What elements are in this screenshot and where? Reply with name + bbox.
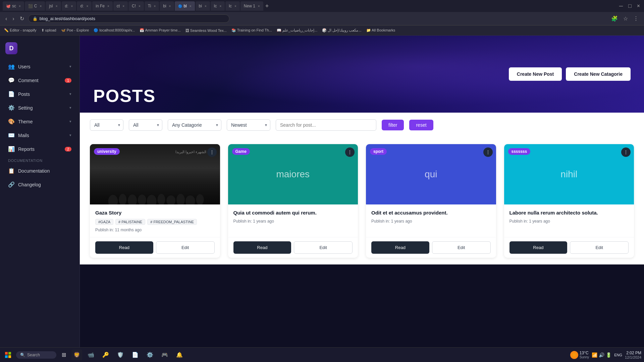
start-button[interactable] <box>3 350 13 360</box>
settings-button[interactable]: ⋮ <box>632 14 640 23</box>
tab-lc1[interactable]: lc× <box>211 1 225 11</box>
url-bar[interactable]: 🔒 blog_ai.test/dashboard/posts <box>28 14 229 23</box>
weather-desc: Sunny <box>580 355 589 359</box>
bookmark-arabic1[interactable]: 📖 إجابات_رياضيات_علم... <box>275 27 319 33</box>
svg-point-9 <box>196 194 204 204</box>
sidebar-item-posts[interactable]: 📄 Posts ▾ <box>3 87 77 101</box>
tab-bi1[interactable]: bi× <box>160 1 174 11</box>
edit-button-1[interactable]: Edit <box>156 241 215 254</box>
taskbar-app-8[interactable]: 🔔 <box>173 350 185 359</box>
tab-d1[interactable]: d:× <box>62 1 76 11</box>
bookmark-snappify[interactable]: ✏️ Editor - snappify <box>3 27 38 33</box>
bookmark-prayer[interactable]: 📅 Amman Prayer time... <box>138 27 182 33</box>
taskbar-app-4[interactable]: 🛡️ <box>114 350 126 359</box>
filter-category-select[interactable]: Any Catagorie <box>168 119 221 131</box>
search-input[interactable] <box>276 119 376 131</box>
sidebar-item-reports[interactable]: 📊 Reports 2 <box>3 142 77 156</box>
read-button-2[interactable]: Read <box>233 241 291 254</box>
forward-button[interactable]: › <box>11 14 15 23</box>
taskbar-search-bar[interactable]: 🔍 Search <box>16 351 56 359</box>
bookmark-training[interactable]: 📚 Training on Find Th... <box>230 27 273 33</box>
taskbar-app-6[interactable]: ⚙️ <box>144 350 156 359</box>
taskbar-app-1[interactable]: 🦁 <box>71 350 82 360</box>
card-menu-4[interactable]: ⋮ <box>621 147 631 157</box>
create-post-button[interactable]: Create New Post <box>509 67 562 81</box>
filter-sort-select[interactable]: Newest <box>227 119 270 131</box>
tab-lc2[interactable]: lc× <box>225 1 240 11</box>
tab-sc[interactable]: 🐙 sc × <box>3 1 24 11</box>
bookmark-arabic2[interactable]: 🎲 مكعب روبيك/إحل ال... <box>321 27 363 33</box>
card-menu-3[interactable]: ⋮ <box>483 147 493 157</box>
filter-button[interactable]: filter <box>382 120 404 130</box>
refresh-button[interactable]: ↻ <box>18 14 25 23</box>
close-button[interactable]: × <box>636 2 641 10</box>
taskbar-search-icon: 🔍 <box>20 353 25 357</box>
sidebar-label-setting: Setting <box>18 105 69 111</box>
sidebar-item-users[interactable]: 👥 Users ▾ <box>3 60 77 73</box>
nav-bar: ‹ › ↻ 🔒 blog_ai.test/dashboard/posts 🧩 ☆… <box>0 12 644 25</box>
taskbar-app-7[interactable]: 🎮 <box>159 350 171 359</box>
posts-icon: 📄 <box>8 91 15 97</box>
volume-icon: 🔊 <box>599 352 604 358</box>
edit-button-4[interactable]: Edit <box>570 241 629 254</box>
tab-c2[interactable]: C!× <box>128 1 144 11</box>
tab-ti[interactable]: Ti× <box>145 1 159 11</box>
sidebar-label-posts: Posts <box>18 92 69 97</box>
logo-icon[interactable]: D <box>5 42 17 54</box>
svg-rect-12 <box>5 355 8 358</box>
card-date-1: Publish in: 11 months ago <box>95 228 215 232</box>
tab-bl-active[interactable]: 🔵 bl × <box>175 1 195 11</box>
reset-button[interactable]: reset <box>409 120 433 130</box>
svg-rect-11 <box>8 352 11 355</box>
bookmark-upload[interactable]: ⬆ upload <box>40 27 58 33</box>
minimize-button[interactable]: ─ <box>618 2 624 10</box>
tab-github[interactable]: ⬛ C × <box>25 1 45 11</box>
edit-button-3[interactable]: Edit <box>432 241 491 254</box>
taskbar-app-2[interactable]: 📹 <box>85 350 97 359</box>
theme-icon: 🎨 <box>8 118 15 125</box>
comment-icon: 💬 <box>8 77 15 83</box>
filter-select-1[interactable]: All <box>90 119 123 131</box>
back-button[interactable]: ‹ <box>4 14 8 23</box>
filter-select-2[interactable]: All <box>129 119 162 131</box>
card-body-2: Quia ut commodi autem qui rerum. Publish… <box>228 204 358 237</box>
sidebar-item-comment[interactable]: 💬 Comment 1 <box>3 74 77 87</box>
extensions-button[interactable]: 🧩 <box>610 14 619 23</box>
tab-jsl[interactable]: jsl× <box>46 1 61 11</box>
read-button-4[interactable]: Read <box>509 241 568 254</box>
tab-bi2[interactable]: bi× <box>196 1 210 11</box>
card-menu-2[interactable]: ⋮ <box>345 147 355 157</box>
tab-ct[interactable]: ct× <box>113 1 128 11</box>
read-button-3[interactable]: Read <box>371 241 429 254</box>
create-category-button[interactable]: Create New Catagorie <box>566 67 631 81</box>
read-button-1[interactable]: Read <box>95 241 153 254</box>
taskbar-app-3[interactable]: 🔑 <box>100 350 112 359</box>
sidebar-item-setting[interactable]: ⚙️ Setting ▾ <box>3 101 77 114</box>
new-tab-button[interactable]: + <box>264 1 270 11</box>
sidebar-item-theme[interactable]: 🎨 Theme ▾ <box>3 115 77 128</box>
tab-new[interactable]: New 1× <box>240 1 263 11</box>
card-menu-1[interactable]: ⋮ <box>207 147 217 157</box>
tag-palistaine: # PALISTAINE <box>115 219 145 225</box>
sidebar-item-changelog[interactable]: 🔗 Changelog <box>3 178 77 191</box>
svg-point-6 <box>166 195 175 204</box>
sidebar-item-documentation[interactable]: 📋 Documentation <box>3 164 77 177</box>
taskbar-app-5[interactable]: 📄 <box>129 350 141 359</box>
category-badge-1: university <box>94 148 120 155</box>
taskbar-task-view[interactable]: ⊞ <box>59 350 69 359</box>
sidebar-item-mails[interactable]: ✉️ Mails ▾ <box>3 129 77 142</box>
category-badge-4: sssssss <box>508 148 531 155</box>
bookmark-poe[interactable]: 🦋 Poe - Explore <box>60 27 91 33</box>
maximize-button[interactable]: □ <box>627 2 633 10</box>
weather-temp: 13°C <box>580 351 589 355</box>
card-tags-1: #GAZA # PALISTAINE # FREEDOM_PALASTINE <box>95 219 215 225</box>
bookmark-localhost[interactable]: 🔵 localhost:8000/api/v... <box>92 27 136 33</box>
bookmark-all[interactable]: 📁 All Bookmarks <box>365 27 397 33</box>
category-badge-2: Game <box>232 148 250 155</box>
edit-button-2[interactable]: Edit <box>294 241 353 254</box>
tab-fe[interactable]: in Fe× <box>92 1 113 11</box>
tab-d2[interactable]: d:× <box>77 1 92 11</box>
bookmark-button[interactable]: ☆ <box>622 14 629 23</box>
language-indicator[interactable]: ENG <box>614 353 622 357</box>
bookmark-wood[interactable]: 🖼 Seamless Wood Tex... <box>184 28 228 33</box>
